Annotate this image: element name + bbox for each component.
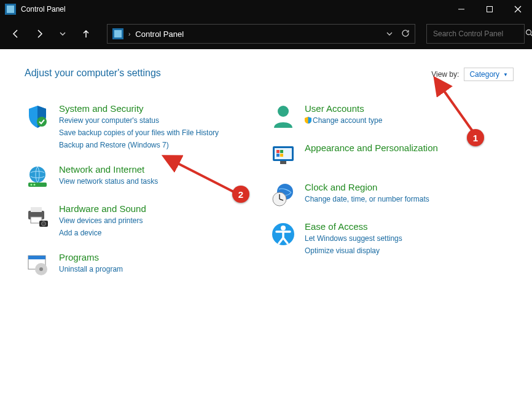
navbar: › Control Panel: [0, 18, 532, 49]
category-user-accounts: User Accounts Change account type: [270, 103, 514, 129]
view-by-dropdown[interactable]: Category ▼: [464, 68, 514, 81]
address-text: Control Panel: [135, 29, 184, 39]
category-link[interactable]: Let Windows suggest settings: [305, 233, 402, 244]
view-by-label: View by:: [431, 70, 459, 79]
category-title[interactable]: System and Security: [59, 103, 219, 114]
forward-button[interactable]: [31, 25, 48, 42]
category-link[interactable]: View network status and tasks: [59, 176, 158, 187]
maximize-button[interactable]: [475, 0, 504, 18]
accessibility-icon: [270, 221, 296, 247]
svg-rect-12: [31, 207, 42, 212]
address-dropdown-icon[interactable]: [386, 29, 393, 39]
window-title: Control Panel: [21, 5, 447, 14]
svg-rect-1: [487, 7, 493, 12]
svg-rect-27: [280, 154, 283, 157]
category-title[interactable]: Programs: [59, 252, 123, 262]
view-by-control: View by: Category ▼: [431, 68, 514, 81]
svg-rect-17: [28, 256, 45, 259]
category-link[interactable]: Review your computer's status: [59, 115, 219, 126]
svg-point-9: [31, 184, 33, 186]
chevron-right-icon: ›: [128, 31, 130, 37]
svg-rect-24: [276, 150, 280, 153]
minimize-button[interactable]: [447, 0, 475, 18]
category-link[interactable]: Backup and Restore (Windows 7): [59, 140, 219, 151]
category-title[interactable]: User Accounts: [305, 103, 382, 114]
category-link[interactable]: Uninstall a program: [59, 264, 123, 275]
svg-point-15: [42, 222, 46, 226]
search-box[interactable]: [426, 24, 525, 44]
search-input[interactable]: [433, 29, 525, 38]
content-area: Adjust your computer's settings View by:…: [0, 49, 532, 397]
svg-point-6: [37, 117, 47, 127]
location-icon: [112, 28, 123, 39]
category-link[interactable]: Save backup copies of your files with Fi…: [59, 127, 219, 138]
svg-rect-26: [276, 154, 280, 157]
category-link[interactable]: Add a device: [59, 227, 146, 238]
search-icon: [525, 29, 532, 39]
svg-point-10: [34, 184, 36, 186]
svg-point-7: [29, 167, 45, 183]
svg-rect-25: [280, 150, 283, 153]
globe-icon: [25, 164, 50, 190]
category-title[interactable]: Ease of Access: [305, 221, 402, 232]
recent-dropdown[interactable]: [54, 25, 71, 42]
category-link[interactable]: Change account type: [305, 115, 382, 126]
annotation-badge-1: 1: [467, 129, 484, 146]
category-title[interactable]: Hardware and Sound: [59, 203, 146, 214]
category-clock-region: Clock and Region Change date, time, or n…: [270, 182, 514, 208]
titlebar: Control Panel: [0, 0, 532, 18]
category-link[interactable]: View devices and printers: [59, 215, 146, 226]
category-link[interactable]: Change date, time, or number formats: [305, 194, 429, 205]
clock-globe-icon: [270, 182, 296, 208]
address-bar[interactable]: › Control Panel: [107, 24, 415, 44]
back-button[interactable]: [7, 25, 25, 42]
monitor-icon: [270, 143, 296, 168]
uac-shield-icon: [305, 116, 311, 122]
category-appearance: Appearance and Personalization: [270, 143, 514, 168]
caret-down-icon: ▼: [503, 72, 508, 77]
category-title[interactable]: Appearance and Personalization: [305, 143, 438, 153]
svg-rect-23: [280, 161, 286, 164]
svg-point-33: [281, 226, 286, 230]
category-link[interactable]: Optimize visual display: [305, 245, 402, 256]
category-network-internet: Network and Internet View network status…: [25, 164, 233, 190]
category-title[interactable]: Network and Internet: [59, 164, 158, 175]
category-hardware-sound: Hardware and Sound View devices and prin…: [25, 203, 233, 238]
programs-icon: [25, 252, 50, 278]
annotation-badge-2: 2: [232, 186, 249, 203]
category-programs: Programs Uninstall a program: [25, 252, 233, 278]
close-button[interactable]: [504, 0, 532, 18]
view-by-value: Category: [469, 70, 499, 79]
printer-icon: [25, 203, 50, 229]
svg-point-20: [278, 106, 289, 117]
shield-icon: [25, 103, 50, 129]
refresh-button[interactable]: [401, 29, 410, 39]
category-ease-of-access: Ease of Access Let Windows suggest setti…: [270, 221, 514, 256]
svg-point-19: [39, 267, 43, 271]
category-system-security: System and Security Review your computer…: [25, 103, 233, 151]
user-icon: [270, 103, 296, 129]
category-title[interactable]: Clock and Region: [305, 182, 429, 192]
app-icon: [5, 4, 16, 15]
up-button[interactable]: [77, 25, 95, 42]
svg-point-4: [526, 30, 531, 35]
